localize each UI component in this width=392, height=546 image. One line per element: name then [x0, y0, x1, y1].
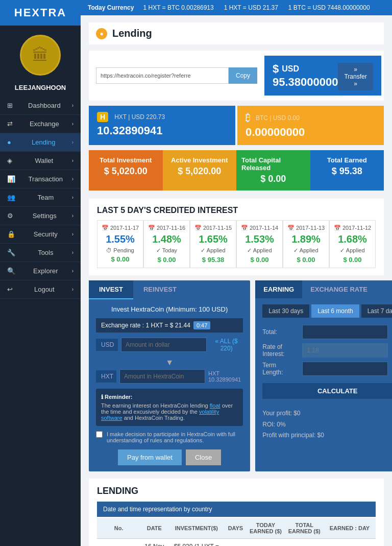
- cell-investment: $5,020 (1 HXT = $17.33)HXT: 289.67109059: [168, 539, 225, 547]
- col-header-no: No.: [97, 518, 140, 539]
- int-pct-2: 1.65%: [199, 233, 228, 245]
- transfer-button[interactable]: » Transfer »: [338, 63, 373, 90]
- earning-panel: EARNING EXCHANGE RATE Last 30 days Last …: [255, 280, 392, 471]
- total-investment-amount: $ 5,020.00: [104, 166, 148, 177]
- int-amount-0: $ 0.00: [111, 255, 129, 263]
- table-row: L5749122656 16 Nov 201717.26 PM $5,020 (…: [97, 539, 376, 547]
- close-button[interactable]: Close: [186, 449, 221, 465]
- rate-hxt-btc: 1 HXT = BTC 0.00286913: [143, 4, 213, 11]
- rate-countdown-badge: 0:47: [193, 321, 210, 329]
- col-header-days: DAYS: [225, 518, 246, 539]
- rate-hxt-usd: 1 HXT = USD 21.37: [224, 4, 278, 11]
- sidebar-item-tools[interactable]: 🔧Tools›: [0, 244, 81, 262]
- sidebar-item-lending[interactable]: ●Lending›: [0, 133, 81, 152]
- active-investment-label: Active Investment: [171, 156, 228, 164]
- cell-today-earned: 86.85: [246, 539, 285, 547]
- sidebar-item-explorer[interactable]: 🔍Explorer›: [0, 262, 81, 280]
- last7-button[interactable]: Last 7 days: [361, 304, 392, 318]
- usd-amount: 95.38000000: [273, 76, 338, 89]
- interest-col-2: 📅 2017-11-15 1.65% ✓ Applied $ 95.38: [190, 220, 236, 268]
- int-amount-1: $ 0.00: [157, 256, 176, 264]
- int-amount-5: $ 0.00: [343, 256, 361, 264]
- col-header-today-earned: TODAY EARNED ($): [246, 518, 285, 539]
- sidebar-item-transaction[interactable]: 📊Transaction›: [0, 170, 81, 188]
- interest-columns: 📅 2017-11-17 1.55% ⏱ Pending $ 0.00 📅 20…: [97, 220, 376, 268]
- earning-tab[interactable]: EARNING: [255, 280, 302, 298]
- rate-btc-usd: 1 BTC = USD 7448.00000000: [288, 4, 370, 11]
- int-amount-4: $ 0.00: [297, 256, 315, 264]
- all-button[interactable]: « ALL ($ 220): [210, 338, 243, 352]
- usd-currency-label: USD: [96, 339, 118, 351]
- float-link[interactable]: float: [210, 402, 220, 409]
- transaction-icon: 📊: [7, 175, 15, 183]
- sidebar-item-wallet[interactable]: ◈Wallet›: [0, 152, 81, 170]
- interest-col-3: 📅 2017-11-14 1.53% ✓ Applied $ 0.00: [236, 220, 283, 268]
- exchange-rate-tab[interactable]: EXCHANGE RATE: [302, 280, 376, 298]
- term-length-input[interactable]: [302, 362, 388, 376]
- last30-button[interactable]: Last 30 days: [262, 304, 309, 318]
- sidebar-item-logout[interactable]: ↩Logout›: [0, 280, 81, 299]
- int-date-1: 📅 2017-11-16: [148, 225, 185, 231]
- int-status-1: ✓ Today: [156, 247, 177, 254]
- brand-logo: HEXTRA: [0, 0, 81, 26]
- agree-checkbox[interactable]: [96, 431, 103, 438]
- checkbox-row: I make decision to participate in Hextra…: [96, 431, 243, 443]
- total-capital-label: Total Capital Released: [241, 156, 305, 172]
- tools-icon: 🔧: [7, 249, 15, 256]
- calculator-form: Total: $ (USD) Rate of Interest: % (AVG)…: [262, 325, 392, 441]
- settings-icon: ⚙: [7, 212, 13, 220]
- cell-no: L5749122656: [97, 539, 140, 547]
- int-date-2: 📅 2017-11-15: [194, 225, 232, 231]
- sidebar-item-settings[interactable]: ⚙Settings›: [0, 207, 81, 225]
- table-header-bar: Date and time representation by country: [97, 502, 376, 517]
- avatar-area: 🏛: [0, 26, 81, 81]
- col-header-total-earned: TOTAL EARNED ($): [285, 518, 324, 539]
- reinvest-tab[interactable]: REINVEST: [133, 280, 187, 299]
- col-header-date: DATE: [140, 518, 168, 539]
- copy-button[interactable]: Copy: [229, 67, 257, 84]
- total-capital-amount: $ 0.00: [260, 174, 286, 184]
- pay-from-wallet-button[interactable]: Pay from wallet: [118, 449, 182, 465]
- sidebar-item-team[interactable]: 👥Team›: [0, 188, 81, 207]
- cell-date: 16 Nov 201717.26 PM: [140, 539, 168, 547]
- interest-col-5: 📅 2017-11-12 1.68% ✓ Applied $ 0.00: [329, 220, 376, 268]
- int-status-2: ✓ Applied: [201, 247, 225, 254]
- sidebar-item-dashboard[interactable]: ⊞Dashboard›: [0, 97, 81, 115]
- total-earned-amount: $ 95.38: [332, 166, 362, 177]
- total-label: Total:: [262, 328, 298, 336]
- invest-tabs: INVEST REINVEST: [89, 280, 250, 299]
- checkbox-label: I make decision to participate in Hextra…: [107, 431, 243, 443]
- sidebar-item-exchange[interactable]: ⇄Exchange›: [0, 115, 81, 133]
- calculate-button[interactable]: CALCULATE: [262, 383, 392, 399]
- reminder-text: The earning interest on HextraCoin lendi…: [101, 402, 238, 421]
- total-input[interactable]: [302, 325, 388, 339]
- int-pct-4: 1.89%: [291, 233, 321, 245]
- hxt-sub: HXT | USD 220.73: [114, 113, 165, 121]
- reminder-box: ℹ Reminder: The earning interest on Hext…: [96, 389, 243, 426]
- lending-table: No. DATE INVESTMENT($) DAYS TODAY EARNED…: [97, 518, 376, 546]
- int-status-3: ✓ Applied: [247, 247, 272, 254]
- arrow-down-icon: ▼: [96, 356, 243, 369]
- topbar-label: Today Currency: [88, 4, 134, 11]
- page-title: Lending: [112, 28, 152, 39]
- int-pct-0: 1.55%: [106, 233, 135, 245]
- volatility-link[interactable]: volatility software: [101, 409, 219, 421]
- hxt-balance-display: HXT 10.32890941: [208, 370, 243, 383]
- logout-icon: ↩: [7, 286, 13, 293]
- interest-section-title: LAST 5 DAY'S CREDITED INTEREST: [97, 206, 376, 215]
- int-amount-2: $ 95.38: [202, 256, 224, 264]
- btc-sub: BTC | USD 0.00: [256, 114, 300, 122]
- sidebar-item-security[interactable]: 🔒Security›: [0, 225, 81, 244]
- lending-icon: ●: [7, 138, 11, 146]
- last6-button[interactable]: Last 6 month: [311, 304, 359, 318]
- security-icon: 🔒: [7, 230, 15, 238]
- hxt-amount-input[interactable]: [119, 369, 205, 384]
- invest-tab[interactable]: INVEST: [89, 280, 133, 299]
- main-content: ● Lending Copy $ USD 95.38000000 » T: [81, 15, 392, 546]
- usd-amount-input[interactable]: [121, 338, 207, 352]
- rate-interest-input[interactable]: [302, 343, 388, 358]
- referral-input[interactable]: [96, 67, 229, 84]
- roi-label: ROI: 0%: [262, 419, 392, 431]
- col-header-investment: INVESTMENT($): [168, 518, 225, 539]
- exchange-icon: ⇄: [7, 120, 13, 128]
